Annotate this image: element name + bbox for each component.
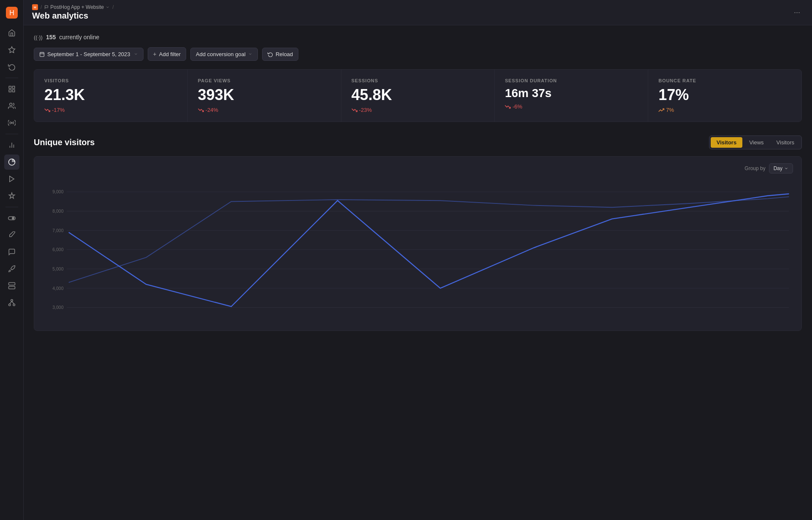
svg-point-14	[12, 217, 14, 219]
date-chevron-icon	[134, 52, 138, 56]
add-filter-button[interactable]: + Add filter	[148, 47, 187, 61]
svg-text:H: H	[34, 5, 36, 9]
page-title: Web analytics	[32, 11, 114, 21]
stats-grid: VISITORS 21.3K -17% PAGE VIEWS 393K -24%…	[34, 69, 802, 122]
topbar-left: H / PostHog App + Website / Web analytic…	[32, 4, 114, 21]
topbar: H / PostHog App + Website / Web analytic…	[24, 0, 812, 25]
sidebar: H	[0, 0, 24, 520]
conversion-label: Add conversion goal	[196, 51, 246, 57]
group-by-chevron-icon	[784, 166, 788, 171]
chart-line-2	[69, 197, 789, 282]
chart-container: Group by Day 9,000 8,000 7,000 6,000 5,0…	[34, 156, 802, 331]
stat-bounce-label: BOUNCE RATE	[658, 78, 791, 83]
svg-text:9,000: 9,000	[52, 190, 63, 194]
stat-duration-change: -6%	[505, 103, 638, 110]
svg-text:4,000: 4,000	[52, 286, 63, 291]
tab-visitors-1[interactable]: Visitors	[711, 137, 742, 148]
chart-line-1	[69, 194, 789, 306]
stat-pageviews-label: PAGE VIEWS	[198, 78, 331, 83]
tab-views[interactable]: Views	[743, 137, 769, 148]
sidebar-item-sparkle[interactable]	[4, 188, 19, 203]
svg-rect-5	[9, 90, 11, 92]
breadcrumb-separator-2: /	[112, 4, 114, 10]
sidebar-item-charts[interactable]	[4, 138, 19, 153]
reload-button[interactable]: Reload	[262, 48, 298, 61]
stat-visitors: VISITORS 21.3K -17%	[34, 70, 187, 122]
group-by-label: Group by	[744, 165, 765, 171]
trend-down-icon-4	[505, 104, 511, 110]
svg-text:H: H	[9, 9, 14, 16]
chart-section: Unique visitors Visitors Views Visitors …	[34, 135, 802, 331]
svg-point-6	[9, 103, 12, 106]
svg-line-23	[12, 301, 14, 304]
sidebar-item-rocket[interactable]	[4, 261, 19, 276]
stat-visitors-label: VISITORS	[44, 78, 177, 83]
calendar-icon	[39, 51, 45, 57]
sidebar-item-replay[interactable]	[4, 59, 19, 74]
stat-pageviews-change: -24%	[198, 107, 331, 113]
chart-svg-wrapper: 9,000 8,000 7,000 6,000 5,000 4,000 3,00…	[43, 179, 793, 330]
svg-marker-12	[9, 176, 14, 182]
svg-line-22	[9, 301, 11, 304]
sidebar-divider-1	[5, 78, 18, 78]
stat-visitors-value: 21.3K	[44, 87, 177, 103]
trend-down-icon-2	[198, 107, 204, 113]
sidebar-item-home[interactable]	[4, 25, 19, 41]
stat-pageviews-value: 393K	[198, 87, 331, 103]
sidebar-item-users[interactable]	[4, 98, 19, 114]
date-range-picker[interactable]: September 1 - September 5, 2023	[34, 48, 143, 61]
trend-down-icon-3	[352, 107, 357, 113]
more-options-button[interactable]: ···	[790, 6, 804, 19]
sidebar-item-add[interactable]	[4, 42, 19, 57]
svg-rect-2	[9, 86, 11, 88]
sidebar-item-analytics[interactable]	[4, 154, 19, 170]
svg-point-21	[13, 304, 15, 306]
trend-up-icon	[658, 107, 664, 113]
stat-session-duration: SESSION DURATION 16m 37s -6%	[495, 70, 648, 122]
topbar-right: ···	[790, 6, 804, 19]
svg-point-20	[8, 304, 11, 306]
sidebar-item-pipeline[interactable]	[4, 171, 19, 187]
reload-label: Reload	[276, 51, 293, 57]
plus-icon: +	[153, 51, 157, 57]
sidebar-item-signals[interactable]	[4, 115, 19, 130]
reload-icon	[268, 51, 273, 57]
sidebar-logo[interactable]: H	[4, 5, 19, 20]
sidebar-item-flags[interactable]	[4, 81, 19, 97]
date-range-label: September 1 - September 5, 2023	[47, 51, 130, 57]
stat-bounce-rate: BOUNCE RATE 17% 7%	[648, 70, 801, 122]
sidebar-item-server[interactable]	[4, 278, 19, 293]
main-content: H / PostHog App + Website / Web analytic…	[24, 0, 812, 520]
toolbar: September 1 - September 5, 2023 + Add fi…	[34, 47, 802, 61]
chart-tabs: Visitors Views Visitors	[709, 135, 802, 149]
sidebar-item-pen[interactable]	[4, 228, 19, 243]
add-conversion-goal-button[interactable]: Add conversion goal	[190, 48, 258, 61]
stat-sessions-change: -23%	[352, 107, 484, 113]
svg-rect-3	[12, 86, 14, 88]
chart-header: Unique visitors Visitors Views Visitors	[34, 135, 802, 149]
breadcrumb-org[interactable]: PostHog App + Website	[44, 4, 110, 10]
sidebar-item-chat[interactable]	[4, 244, 19, 260]
stat-bounce-value: 17%	[658, 87, 791, 103]
svg-rect-4	[12, 90, 14, 92]
trend-down-icon	[44, 107, 50, 113]
stat-pageviews: PAGE VIEWS 393K -24%	[188, 70, 341, 122]
chart-controls: Group by Day	[43, 163, 793, 173]
group-by-select[interactable]: Day	[769, 163, 793, 173]
breadcrumb-chevron-icon	[106, 5, 110, 9]
breadcrumb-logo-icon: H	[32, 4, 38, 10]
svg-point-19	[11, 300, 13, 302]
breadcrumb: H / PostHog App + Website /	[32, 4, 114, 10]
conversion-chevron-icon	[248, 52, 252, 56]
svg-rect-16	[8, 287, 15, 289]
svg-text:8,000: 8,000	[52, 209, 63, 214]
sidebar-item-toggle[interactable]	[4, 211, 19, 226]
svg-text:7,000: 7,000	[52, 228, 63, 233]
line-chart-svg: 9,000 8,000 7,000 6,000 5,000 4,000 3,00…	[43, 179, 793, 330]
online-label: currently online	[59, 34, 99, 41]
tab-visitors-2[interactable]: Visitors	[771, 137, 800, 148]
stat-visitors-change: -17%	[44, 107, 177, 113]
sidebar-item-tree[interactable]	[4, 295, 19, 310]
stat-sessions-value: 45.8K	[352, 87, 484, 103]
online-count: 155	[46, 34, 56, 41]
